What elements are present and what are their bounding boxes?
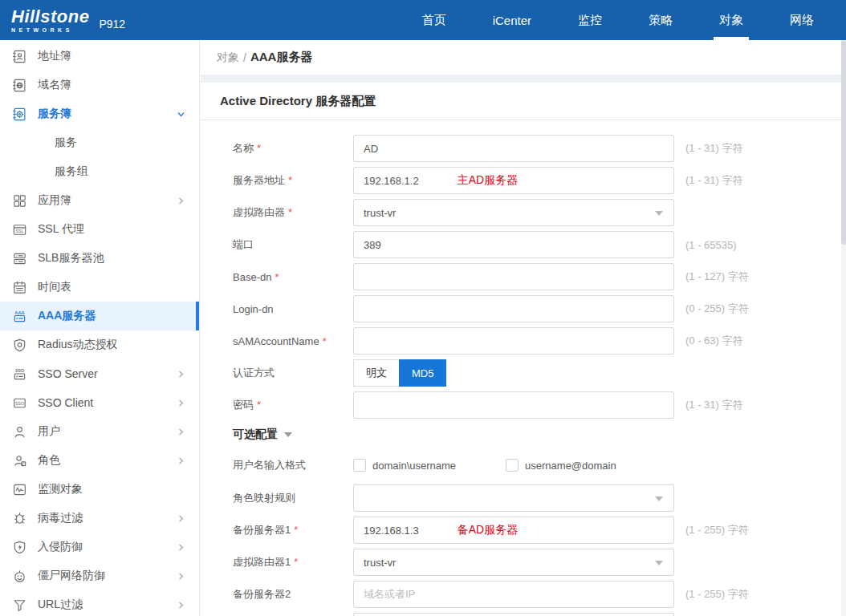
backup-server2-input[interactable]: 域名或者IP — [353, 581, 674, 608]
field-label: 名称* — [233, 141, 353, 156]
field-label-text: Base-dn — [233, 271, 271, 283]
svg-text:AAA: AAA — [14, 310, 24, 314]
red-annotation: 备AD服务器 — [458, 523, 518, 537]
sidebar-item-domain-book[interactable]: 域名簿 — [0, 71, 199, 99]
nav-item-label: 策略 — [649, 13, 673, 28]
form-row-name: 名称*AD(1 - 31) 字符 — [233, 132, 846, 164]
sidebar-item-label: 时间表 — [38, 280, 71, 294]
role-mapping-select[interactable] — [353, 484, 674, 512]
nav-item-monitor[interactable]: 监控 — [578, 0, 602, 40]
next-field-input[interactable] — [353, 613, 674, 616]
sidebar-item-address-book[interactable]: 地址簿 — [0, 42, 199, 71]
nav-item-object[interactable]: 对象 — [719, 0, 743, 40]
nav-item-network[interactable]: 网络 — [790, 0, 814, 40]
sidebar-item-ips[interactable]: 入侵防御 — [0, 533, 199, 561]
field-label: 密码* — [233, 398, 353, 412]
form-row-login-dn: Login-dn(0 - 255) 字符 — [233, 293, 846, 325]
domain-book-icon — [11, 77, 27, 93]
server-address-input[interactable]: 192.168.1.2主AD服务器 — [353, 167, 674, 194]
chevron-down-icon — [175, 108, 186, 120]
nav-item-icenter[interactable]: iCenter — [493, 0, 531, 40]
dropdown-caret-icon — [655, 561, 663, 565]
sidebar-item-label: URL过滤 — [38, 598, 83, 612]
auth-method-option-MD5[interactable]: MD5 — [399, 359, 446, 387]
sidebar-item-label: SSO Client — [38, 396, 93, 409]
form-row-auth-method: 认证方式明文MD5 — [233, 357, 846, 389]
slb-pool-icon — [11, 250, 27, 266]
panel-header: Active Directory 服务器配置 — [201, 83, 846, 120]
user-icon — [11, 424, 27, 440]
field-hint: (1 - 65535) — [685, 239, 737, 251]
port-input[interactable]: 389 — [353, 231, 674, 258]
sidebar-item-label: 监测对象 — [38, 482, 83, 496]
field-hint: (1 - 31) 字符 — [685, 173, 743, 188]
sidebar-item-ssl-proxy[interactable]: SSLSSL 代理 — [0, 215, 199, 244]
brand: Hillstone NETWORKS P912 — [0, 8, 125, 33]
sidebar-item-service-group[interactable]: 服务组 — [0, 157, 199, 186]
field-label: Base-dn* — [233, 271, 353, 283]
select-value: trust-vr — [364, 557, 396, 569]
required-asterisk: * — [294, 556, 298, 568]
sidebar-item-sso-server[interactable]: SSOSSO Server — [0, 359, 199, 388]
samaccountname-input[interactable] — [353, 327, 674, 355]
base-dn-input[interactable] — [353, 263, 674, 290]
form-row-role-mapping: 角色映射规则 — [233, 482, 846, 514]
dropdown-caret-icon — [655, 496, 663, 501]
field-label-text: 备份服务器2 — [233, 588, 291, 600]
nav-item-home[interactable]: 首页 — [422, 0, 446, 40]
input-placeholder: 域名或者IP — [364, 587, 415, 602]
sidebar-item-av-filter[interactable]: 病毒过滤 — [0, 504, 199, 533]
role-icon — [11, 452, 27, 468]
chevron-right-icon — [175, 397, 186, 408]
field-label: 备份服务器1* — [233, 523, 353, 537]
chevron-right-icon — [175, 513, 186, 524]
breadcrumb-section[interactable]: 对象 — [217, 51, 239, 65]
field-label: 服务器地址* — [233, 173, 353, 188]
sidebar-item-radius-auth[interactable]: Radius动态授权 — [0, 330, 199, 359]
form-row-vrouter1: 虚拟路由器1*trust-vr — [233, 546, 846, 578]
sidebar-item-sso-client[interactable]: SSOSSO Client — [0, 388, 199, 417]
chevron-right-icon — [175, 570, 186, 582]
field-label-text: 认证方式 — [233, 367, 275, 379]
sidebar-item-aaa-server[interactable]: AAAAAA服务器 — [0, 302, 199, 330]
ad-server-form: 名称*AD(1 - 31) 字符服务器地址*192.168.1.2主AD服务器(… — [201, 120, 846, 616]
required-asterisk: * — [294, 524, 298, 536]
sidebar-item-monitor-object[interactable]: 监测对象 — [0, 475, 199, 504]
sidebar-item-service[interactable]: 服务 — [0, 128, 199, 157]
checkbox[interactable] — [353, 459, 366, 472]
sidebar-item-slb-pool[interactable]: SLB服务器池 — [0, 244, 199, 273]
form-row-server-address: 服务器地址*192.168.1.2主AD服务器(1 - 31) 字符 — [233, 164, 846, 197]
password-input[interactable] — [353, 391, 674, 419]
form-row-backup-server2: 备份服务器2域名或者IP(1 - 255) 字符 — [233, 578, 846, 610]
sidebar-item-service-book[interactable]: 服务簿 — [0, 99, 199, 128]
nav-item-label: 网络 — [790, 13, 814, 28]
sidebar-item-url-filter[interactable]: URL过滤 — [0, 590, 199, 616]
nav-item-policy[interactable]: 策略 — [649, 0, 673, 40]
scrollbar-thumb[interactable] — [841, 40, 846, 245]
botnet-icon — [11, 568, 27, 584]
vrouter-select[interactable]: trust-vr — [353, 199, 674, 226]
form-row-base-dn: Base-dn*(1 - 127) 字符 — [233, 261, 846, 293]
checkbox[interactable] — [506, 459, 519, 472]
aaa-server-icon: AAA — [11, 308, 27, 324]
required-asterisk: * — [257, 399, 261, 411]
url-filter-icon — [11, 597, 27, 613]
vrouter1-select[interactable]: trust-vr — [353, 549, 674, 576]
sidebar-item-app-book[interactable]: 应用簿 — [0, 186, 199, 215]
sidebar-item-botnet[interactable]: 僵尸网络防御 — [0, 561, 199, 590]
backup-server1-input[interactable]: 192.168.1.3备AD服务器 — [353, 517, 674, 544]
svg-text:SSO: SSO — [14, 400, 23, 405]
scrollbar[interactable] — [841, 40, 846, 616]
sidebar-item-schedule[interactable]: 时间表 — [0, 273, 199, 302]
field-hint: (0 - 255) 字符 — [685, 302, 749, 316]
name-input[interactable]: AD — [353, 135, 674, 162]
field-label-text: 备份服务器1 — [233, 524, 291, 536]
schedule-icon — [11, 279, 27, 295]
auth-method-option-明文[interactable]: 明文 — [353, 359, 400, 387]
checkbox-label: domain\username — [372, 460, 456, 472]
sidebar-item-role[interactable]: 角色 — [0, 446, 199, 475]
section-toggle-optional-config[interactable]: 可选配置 — [233, 428, 292, 442]
sidebar-item-user[interactable]: 用户 — [0, 417, 199, 446]
app-book-icon — [11, 192, 27, 209]
login-dn-input[interactable] — [353, 295, 674, 322]
